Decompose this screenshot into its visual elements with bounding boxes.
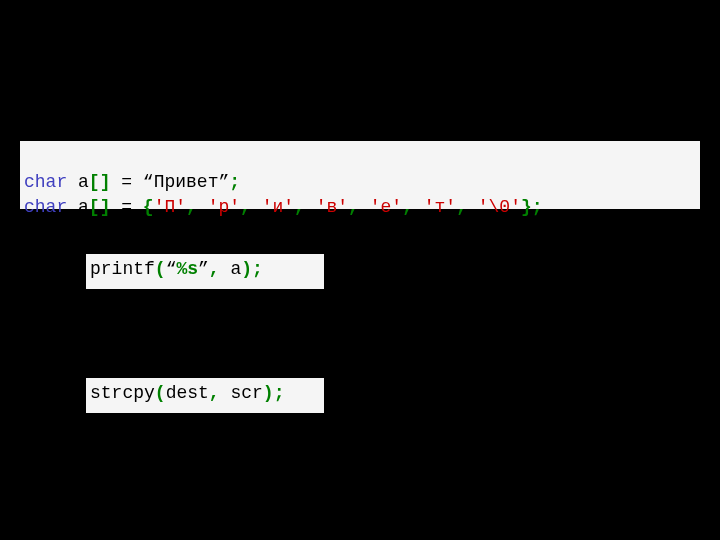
open-brace: { (143, 197, 154, 217)
sep: , (348, 197, 370, 217)
open-quote: “ (166, 259, 177, 279)
semicolon: ; (229, 172, 240, 192)
sep: , (186, 197, 208, 217)
close-brace-semi: }; (521, 197, 543, 217)
fn-printf: printf (90, 259, 155, 279)
sep: , (240, 197, 262, 217)
open-quote: “ (143, 172, 154, 192)
equals: = (110, 172, 142, 192)
fn-strcpy: strcpy (90, 383, 155, 403)
open-paren: ( (155, 383, 166, 403)
char-literal: 'р' (208, 197, 240, 217)
char-literal: 'т' (424, 197, 456, 217)
sep: , (456, 197, 478, 217)
close-quote: ” (198, 259, 209, 279)
sep: , (209, 383, 231, 403)
close-paren-semi: ); (263, 383, 285, 403)
code-block-strcpy: strcpy(dest, scr); (86, 378, 324, 413)
keyword-char: char (24, 172, 67, 192)
arg-scr: scr (230, 383, 262, 403)
identifier-a: a (67, 197, 89, 217)
brackets: [] (89, 172, 111, 192)
code-line-1: char a[] = “Привет”; (24, 172, 240, 192)
keyword-char: char (24, 197, 67, 217)
sep: , (402, 197, 424, 217)
char-literal: 'в' (316, 197, 348, 217)
brackets: [] (89, 197, 111, 217)
open-paren: ( (155, 259, 166, 279)
equals: = (110, 197, 142, 217)
code-line-2: char a[] = {'П', 'р', 'и', 'в', 'е', 'т'… (24, 197, 543, 217)
close-quote: ” (218, 172, 229, 192)
char-literal: '\0' (478, 197, 521, 217)
char-literal: 'е' (370, 197, 402, 217)
string-literal: Привет (154, 172, 219, 192)
char-literal: 'П' (154, 197, 186, 217)
format-spec: %s (176, 259, 198, 279)
code-block-char-array: char a[] = “Привет”; char a[] = {'П', 'р… (20, 141, 700, 209)
sep: , (294, 197, 316, 217)
code-block-printf: printf(“%s”, a); (86, 254, 324, 289)
arg-a: a (230, 259, 241, 279)
identifier-a: a (67, 172, 89, 192)
sep: , (209, 259, 231, 279)
char-literal: 'и' (262, 197, 294, 217)
arg-dest: dest (166, 383, 209, 403)
close-paren-semi: ); (241, 259, 263, 279)
